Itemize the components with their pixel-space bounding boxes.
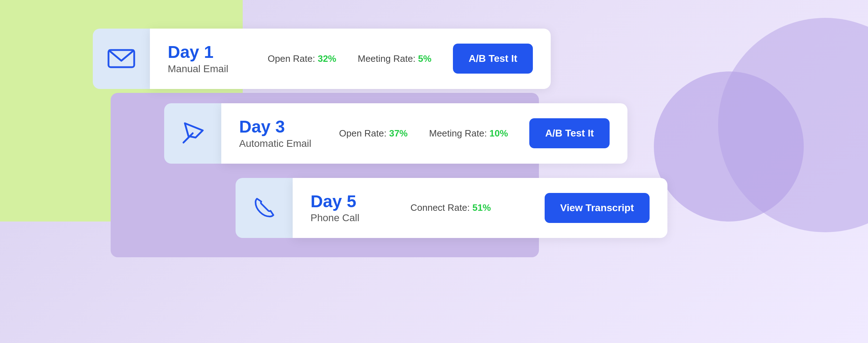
card-subtitle-day3: Automatic Email — [239, 138, 318, 149]
card-icon-area-day5 — [236, 178, 293, 238]
stat-open-rate-day1: Open Rate: 32% — [268, 53, 336, 64]
card-title-day1: Day 1 Manual Email — [168, 43, 246, 75]
card-content-day5: Day 5 Phone Call Connect Rate: 51% View … — [293, 178, 667, 238]
card-subtitle-day1: Manual Email — [168, 63, 246, 75]
send-icon — [180, 120, 206, 146]
ab-test-button-day3[interactable]: A/B Test It — [529, 118, 609, 148]
phone-icon — [252, 196, 276, 220]
card-icon-area-day3 — [164, 103, 221, 164]
view-transcript-button-day5[interactable]: View Transcript — [545, 193, 650, 223]
card-title-day3: Day 3 Automatic Email — [239, 118, 318, 149]
stat-open-value-day3: 37% — [389, 128, 408, 139]
sequence-card-day1: Day 1 Manual Email Open Rate: 32% Meetin… — [93, 29, 667, 89]
day-label-day1: Day 1 — [168, 43, 246, 62]
circle-medium-decoration — [654, 71, 804, 222]
card-icon-area-day1 — [93, 29, 150, 89]
card-title-day5: Day 5 Phone Call — [311, 192, 389, 224]
stat-connect-rate-day5: Connect Rate: 51% — [410, 202, 491, 213]
card-content-day3: Day 3 Automatic Email Open Rate: 37% Mee… — [221, 103, 627, 164]
stat-meeting-label-day3: Meeting Rate: — [429, 128, 489, 139]
stat-meeting-value-day1: 5% — [418, 53, 432, 64]
stat-open-label-day1: Open Rate: — [268, 53, 318, 64]
ab-test-button-day1[interactable]: A/B Test It — [453, 44, 533, 74]
stat-meeting-label-day1: Meeting Rate: — [358, 53, 418, 64]
stat-meeting-rate-day3: Meeting Rate: 10% — [429, 128, 508, 139]
stat-open-label-day3: Open Rate: — [339, 128, 389, 139]
stat-connect-value-day5: 51% — [472, 202, 491, 213]
stat-connect-label-day5: Connect Rate: — [410, 202, 472, 213]
stat-open-rate-day3: Open Rate: 37% — [339, 128, 408, 139]
sequence-cards-container: Day 1 Manual Email Open Rate: 32% Meetin… — [93, 29, 667, 252]
envelope-icon — [107, 48, 136, 69]
day-label-day5: Day 5 — [311, 192, 389, 211]
card-content-day1: Day 1 Manual Email Open Rate: 32% Meetin… — [150, 29, 551, 89]
svg-marker-2 — [185, 123, 203, 138]
day-label-day3: Day 3 — [239, 118, 318, 136]
stat-meeting-rate-day1: Meeting Rate: 5% — [358, 53, 432, 64]
sequence-card-day5: Day 5 Phone Call Connect Rate: 51% View … — [236, 178, 667, 238]
card-subtitle-day5: Phone Call — [311, 212, 389, 224]
stat-open-value-day1: 32% — [318, 53, 336, 64]
sequence-card-day3: Day 3 Automatic Email Open Rate: 37% Mee… — [164, 103, 667, 164]
stat-meeting-value-day3: 10% — [489, 128, 508, 139]
